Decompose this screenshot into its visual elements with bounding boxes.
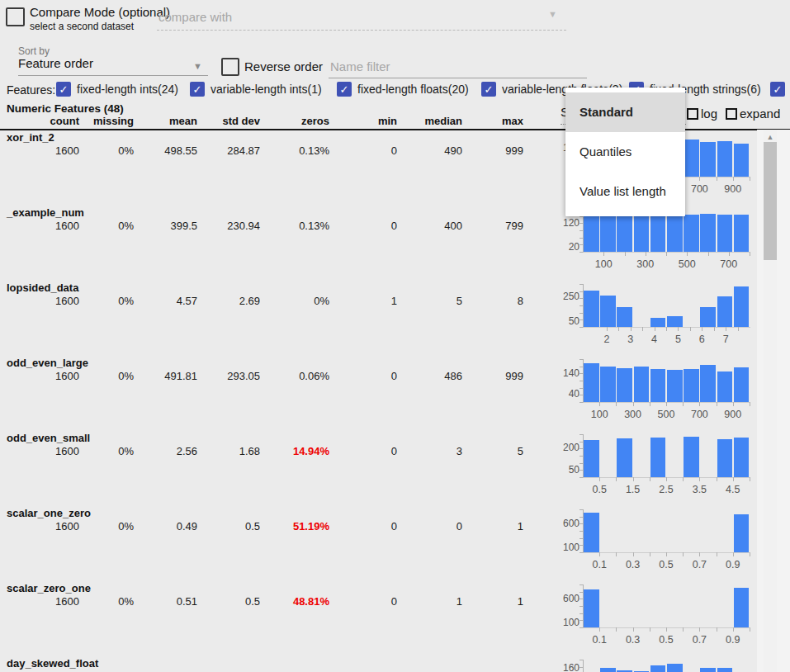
histogram-bar[interactable] [700, 668, 716, 672]
x-axis-label: 0.1 [584, 634, 614, 646]
x-axis-tick [733, 477, 734, 481]
histogram-bar[interactable] [700, 307, 716, 327]
histogram-bar[interactable] [734, 438, 750, 477]
checkbox-checked-icon[interactable]: ✓ [481, 82, 496, 97]
histogram-bar[interactable] [717, 668, 733, 672]
histogram-bar[interactable] [634, 215, 650, 252]
histogram-bar[interactable] [717, 141, 733, 177]
histogram-bar[interactable] [667, 214, 683, 252]
menu-item[interactable]: Standard [565, 92, 685, 132]
histogram-bar[interactable] [650, 318, 666, 327]
compare-mode-checkbox[interactable] [6, 7, 25, 26]
histogram-bar[interactable] [700, 365, 716, 403]
histogram-bar[interactable] [617, 215, 632, 252]
histogram-bar[interactable] [684, 140, 699, 177]
histogram-bar[interactable] [734, 367, 750, 403]
y-axis-tick [579, 327, 583, 328]
histogram-bar[interactable] [700, 142, 716, 177]
menu-item[interactable]: Quantiles [565, 132, 685, 172]
histogram-bar[interactable] [717, 439, 733, 477]
x-axis-tick [690, 327, 691, 331]
histogram-bar[interactable] [584, 440, 599, 477]
histogram-bar[interactable] [734, 144, 750, 177]
histogram-bar[interactable] [600, 214, 616, 252]
histogram-bar[interactable] [717, 215, 733, 252]
scrollbar-thumb[interactable] [764, 142, 777, 260]
x-axis-label: 1.5 [618, 484, 648, 495]
histogram-bar[interactable] [684, 215, 699, 252]
histogram-bar[interactable] [717, 296, 733, 327]
checkbox-checked-icon[interactable]: ✓ [770, 82, 785, 97]
histogram-bar[interactable] [684, 369, 699, 402]
reverse-order-checkbox[interactable] [221, 58, 239, 76]
feature-type-filter[interactable]: ✓ [770, 82, 790, 97]
feature-histogram[interactable]: 14040100300500700900 [545, 355, 790, 430]
log-checkbox-icon[interactable] [687, 108, 698, 120]
histogram-bar[interactable] [617, 368, 632, 403]
y-axis-label: 40 [545, 388, 579, 400]
y-axis-tick [579, 402, 583, 403]
checkbox-checked-icon[interactable]: ✓ [56, 82, 71, 97]
y-axis-tick [579, 223, 583, 224]
name-filter-input[interactable] [329, 54, 587, 78]
histogram-bar[interactable] [650, 665, 666, 672]
stat-count: 1600 [0, 295, 79, 307]
histogram-bar[interactable] [734, 286, 750, 327]
feature-histogram[interactable]: 6001000.10.30.50.70.9 [545, 580, 790, 655]
histogram-bar[interactable] [650, 215, 666, 252]
feature-histogram[interactable]: 160 [545, 655, 790, 672]
sort-by-select[interactable]: Feature order [18, 56, 208, 76]
checkbox-checked-icon[interactable]: ✓ [190, 82, 205, 97]
x-axis-label: 500 [651, 409, 681, 420]
histogram-bar[interactable] [617, 307, 632, 327]
histogram-bar[interactable] [700, 214, 716, 252]
stat-median: 0 [397, 520, 462, 532]
histogram-bar[interactable] [667, 316, 683, 327]
expand-toggle[interactable]: expand [726, 106, 780, 121]
x-axis-label: 7 [711, 334, 740, 345]
histogram-bar[interactable] [667, 370, 683, 402]
feature-stats: 16000%2.561.6814.94%035 [0, 445, 523, 457]
scroll-up-icon[interactable]: ▲ [764, 132, 777, 142]
y-axis-label: 50 [545, 464, 579, 476]
feature-histogram[interactable]: 6001000.10.30.50.70.9 [545, 505, 790, 580]
histogram-bar[interactable] [584, 589, 599, 627]
x-axis-tick [750, 252, 750, 256]
checkbox-checked-icon[interactable]: ✓ [337, 82, 352, 97]
column-header: max [462, 115, 523, 127]
histogram-bar[interactable] [584, 363, 599, 402]
histogram-bar[interactable] [734, 514, 750, 552]
histogram-bar[interactable] [734, 215, 750, 252]
menu-item[interactable]: Value list length [565, 172, 685, 211]
histogram-bar[interactable] [584, 513, 599, 552]
feature-histogram[interactable]: 200500.51.52.53.54.5 [545, 430, 790, 505]
histogram-bar[interactable] [650, 369, 666, 403]
feature-type-filter[interactable]: ✓ variable-length ints(1) [190, 82, 322, 97]
y-axis-label: 140 [545, 367, 579, 379]
compare-with-input[interactable] [157, 3, 566, 31]
feature-type-filter[interactable]: ✓ fixed-length ints(24) [56, 82, 178, 97]
sort-by-label: Sort by [18, 45, 50, 57]
expand-checkbox-icon[interactable] [726, 108, 737, 120]
x-axis-tick [717, 402, 717, 406]
feature-histogram[interactable]: 25050234567 [545, 280, 790, 355]
histogram-bar[interactable] [600, 367, 616, 402]
x-axis-tick [603, 252, 604, 256]
dropdown-arrow-icon[interactable]: ▼ [548, 9, 557, 19]
histogram-bar[interactable] [584, 215, 599, 252]
feature-type-filter[interactable]: ✓ fixed-length floats(20) [337, 82, 469, 97]
histogram-bar[interactable] [650, 438, 666, 477]
stat-zeros: 0.13% [260, 220, 329, 232]
histogram-bar[interactable] [617, 438, 632, 477]
histogram-bar[interactable] [667, 664, 683, 672]
histogram-bar[interactable] [684, 437, 699, 477]
histogram-bar[interactable] [600, 668, 616, 672]
histogram-bar[interactable] [600, 296, 616, 327]
histogram-bar[interactable] [734, 588, 750, 627]
log-toggle[interactable]: log [687, 106, 717, 121]
dropdown-arrow-icon[interactable]: ▼ [193, 61, 202, 71]
histogram-bar[interactable] [584, 291, 599, 327]
histogram-bar[interactable] [634, 367, 650, 402]
x-axis-tick [687, 252, 688, 256]
histogram-bar[interactable] [717, 371, 733, 403]
